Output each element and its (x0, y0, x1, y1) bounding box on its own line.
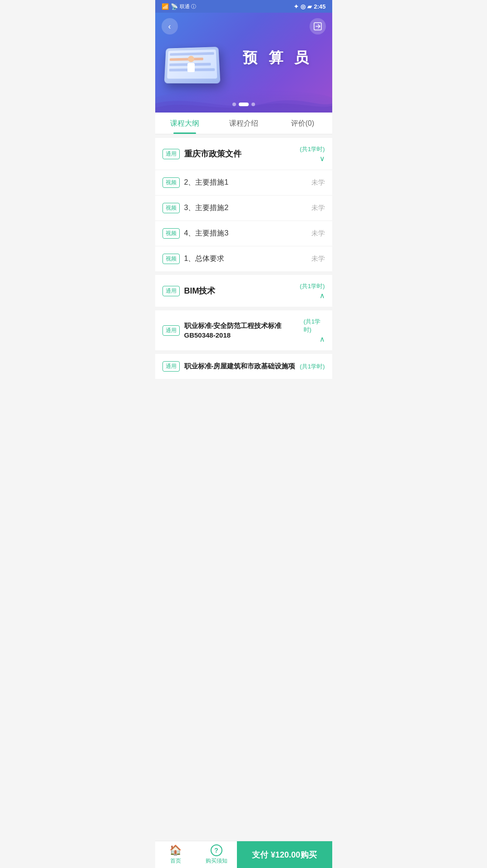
course-item-left-4: 视频 1、总体要求 (162, 254, 225, 264)
item-tag-2: 视频 (162, 203, 180, 213)
section-header-left-2: 通用 BIM技术 (162, 285, 216, 296)
section-hours-4: (共1学时) (300, 363, 325, 371)
status-bar: 📶 📡 联通 ⓘ ✦ ◎ ▰ 2:45 (155, 0, 332, 13)
dot-1 (232, 103, 236, 106)
tab-outline[interactable]: 课程大纲 (155, 113, 214, 134)
dot-3 (251, 103, 255, 106)
course-item-4[interactable]: 视频 1、总体要求 未学 (155, 246, 332, 271)
tab-intro[interactable]: 课程介绍 (214, 113, 273, 134)
bluetooth-icon: ✦ (294, 3, 299, 10)
section-title-1: 重庆市政策文件 (184, 148, 241, 159)
section-tag-3: 通用 (162, 325, 180, 336)
section-chevron-1: ∨ (320, 155, 325, 162)
section-header-left-1: 通用 重庆市政策文件 (162, 148, 241, 159)
carrier-icon: 联通 ⓘ (180, 3, 196, 10)
back-button[interactable]: ‹ (162, 18, 178, 34)
item-status-4: 未学 (311, 255, 325, 263)
section-meta-3: (共1学时) ∧ (304, 318, 325, 343)
item-title-4: 1、总体要求 (184, 254, 225, 264)
sim-icon: 📶 (162, 3, 169, 10)
section-header-left-4: 通用 职业标准-房屋建筑和市政基础设施项 (162, 361, 295, 372)
hero-dots (232, 103, 255, 106)
status-right: ✦ ◎ ▰ 2:45 (294, 3, 325, 10)
item-tag-4: 视频 (162, 254, 180, 264)
course-list: 通用 重庆市政策文件 (共1学时) ∨ 视频 2、主要措施1 未学 视频 3、主… (155, 138, 332, 411)
section-title-4: 职业标准-房屋建筑和市政基础设施项 (184, 362, 295, 371)
section-group-4: 通用 职业标准-房屋建筑和市政基础设施项 (共1学时) (155, 354, 332, 379)
item-tag-3: 视频 (162, 228, 180, 239)
item-title-1: 2、主要措施1 (184, 178, 229, 187)
section-group-2: 通用 BIM技术 (共1学时) ∧ (155, 275, 332, 307)
course-item-2[interactable]: 视频 3、主要措施2 未学 (155, 195, 332, 221)
section-tag-2: 通用 (162, 286, 180, 296)
section-meta-2: (共1学时) ∧ (300, 282, 325, 299)
item-title-2: 3、主要措施2 (184, 203, 229, 213)
section-chevron-2: ∧ (320, 292, 325, 299)
section-hours-2: (共1学时) (300, 282, 325, 290)
section-header-2[interactable]: 通用 BIM技术 (共1学时) ∧ (155, 275, 332, 307)
hero-banner: ‹ 预 算 员 (155, 13, 332, 113)
item-status-2: 未学 (311, 204, 325, 212)
course-item-3[interactable]: 视频 4、主要措施3 未学 (155, 221, 332, 246)
item-title-3: 4、主要措施3 (184, 229, 229, 238)
item-status-3: 未学 (311, 229, 325, 238)
section-group-3: 通用 职业标准-安全防范工程技术标准GB50348-2018 (共1学时) ∧ (155, 310, 332, 350)
item-status-1: 未学 (311, 178, 325, 187)
status-left: 📶 📡 联通 ⓘ (162, 3, 196, 10)
section-group-1: 通用 重庆市政策文件 (共1学时) ∨ 视频 2、主要措施1 未学 视频 3、主… (155, 138, 332, 271)
share-button[interactable] (310, 18, 326, 34)
section-tag-1: 通用 (162, 149, 180, 159)
course-item-1[interactable]: 视频 2、主要措施1 未学 (155, 170, 332, 195)
section-meta-4: (共1学时) (300, 363, 325, 371)
section-header-1[interactable]: 通用 重庆市政策文件 (共1学时) ∨ (155, 138, 332, 170)
tabs-bar: 课程大纲 课程介绍 评价(0) (155, 113, 332, 134)
section-meta-1: (共1学时) ∨ (300, 145, 325, 162)
course-item-left-2: 视频 3、主要措施2 (162, 203, 229, 213)
hero-illustration (164, 29, 228, 88)
section-hours-1: (共1学时) (300, 145, 325, 153)
item-tag-1: 视频 (162, 177, 180, 188)
tab-review[interactable]: 评价(0) (273, 113, 332, 134)
section-header-4[interactable]: 通用 职业标准-房屋建筑和市政基础设施项 (共1学时) (155, 354, 332, 379)
hero-title: 预 算 员 (228, 48, 323, 68)
section-header-3[interactable]: 通用 职业标准-安全防范工程技术标准GB50348-2018 (共1学时) ∧ (155, 310, 332, 350)
dot-2 (239, 103, 249, 106)
location-icon: ◎ (300, 3, 305, 10)
section-header-left-3: 通用 职业标准-安全防范工程技术标准GB50348-2018 (162, 321, 304, 340)
section-chevron-3: ∧ (320, 336, 325, 343)
course-item-left-3: 视频 4、主要措施3 (162, 228, 229, 239)
section-hours-3: (共1学时) (304, 318, 325, 334)
battery-icon: ▰ (307, 3, 312, 10)
section-title-2: BIM技术 (184, 285, 216, 296)
time-display: 2:45 (314, 3, 325, 10)
section-tag-4: 通用 (162, 361, 180, 372)
course-item-left-1: 视频 2、主要措施1 (162, 177, 229, 188)
section-title-3: 职业标准-安全防范工程技术标准GB50348-2018 (184, 321, 304, 340)
wifi-icon: 📡 (171, 3, 178, 10)
